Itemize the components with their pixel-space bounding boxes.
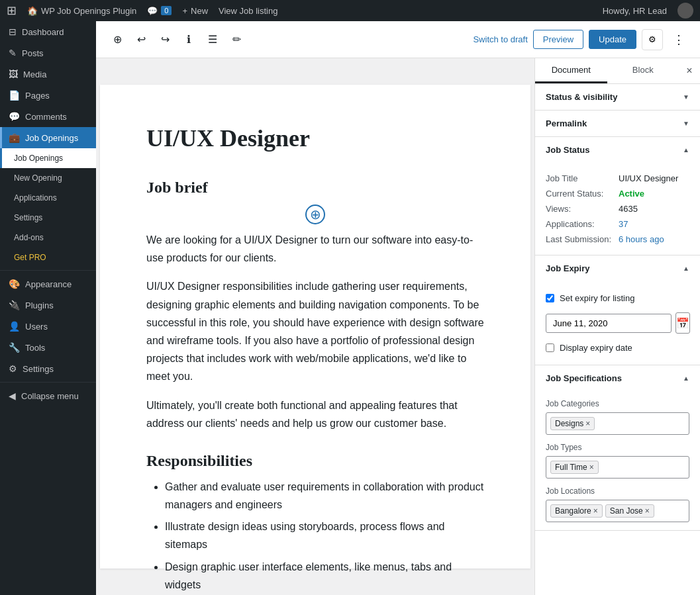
- add-block-inline-button[interactable]: ⊕: [305, 205, 325, 224]
- more-options-button[interactable]: ⋮: [668, 29, 689, 50]
- undo-icon: ↩: [137, 33, 146, 46]
- sidebar-item-tools[interactable]: 🔧 Tools: [0, 337, 96, 358]
- remove-designs-button[interactable]: ×: [585, 419, 590, 428]
- job-brief-heading[interactable]: Job brief: [146, 179, 484, 197]
- tools-button[interactable]: ✏: [226, 29, 247, 50]
- job-title-row: Job Title UI/UX Designer: [546, 171, 689, 186]
- expiry-date-input[interactable]: [546, 314, 672, 333]
- paragraph-1[interactable]: We are looking for a UI/UX Designer to t…: [146, 231, 484, 267]
- permalink-header[interactable]: Permalink ▼: [535, 111, 700, 136]
- sidebar-item-job-openings[interactable]: 💼 Job Openings: [0, 127, 96, 148]
- sidebar-sub-add-ons[interactable]: Add-ons: [0, 228, 96, 248]
- settings-panel-button[interactable]: ⚙: [642, 29, 663, 50]
- display-expiry-checkbox[interactable]: [546, 343, 554, 352]
- content-area: UI/UX Designer Job brief ⊕ We are lookin…: [96, 58, 534, 595]
- sidebar-collapse[interactable]: ◀ Collapse menu: [0, 385, 96, 406]
- sidebar-item-media[interactable]: 🖼 Media: [0, 64, 96, 85]
- users-icon: 👤: [9, 321, 20, 332]
- job-specifications-content: Job Categories Designs × Job Types Full …: [535, 391, 700, 530]
- redo-button[interactable]: ↪: [154, 29, 175, 50]
- sidebar-sub-job-openings[interactable]: Job Openings: [0, 148, 96, 168]
- sidebar-item-plugins[interactable]: 🔌 Plugins: [0, 295, 96, 316]
- sidebar-sub-settings[interactable]: Settings: [0, 208, 96, 228]
- remove-sanjose-button[interactable]: ×: [645, 506, 650, 516]
- calendar-button[interactable]: 📅: [675, 312, 690, 334]
- display-expiry-label[interactable]: Display expiry date: [560, 343, 632, 353]
- expiry-date-row: 📅: [546, 312, 689, 334]
- applications-row: Applications: 37: [546, 216, 689, 232]
- howdy-text: Howdy, HR Lead: [603, 6, 667, 16]
- preview-button[interactable]: Preview: [533, 30, 583, 49]
- settings-icon: ⚙: [9, 363, 17, 374]
- section-job-specifications: Job Specifications ▲ Job Categories Desi…: [535, 365, 700, 531]
- set-expiry-checkbox[interactable]: [546, 294, 554, 302]
- sidebar-sub-new-opening[interactable]: New Opening: [0, 168, 96, 188]
- home-icon: 🏠: [27, 6, 38, 16]
- add-block-icon: ⊕: [113, 33, 122, 46]
- chevron-down-icon: ▼: [683, 93, 689, 101]
- sidebar-item-pages[interactable]: 📄 Pages: [0, 85, 96, 106]
- close-panel-button[interactable]: ×: [679, 58, 700, 83]
- tab-document[interactable]: Document: [535, 58, 607, 83]
- types-input[interactable]: Full Time ×: [546, 456, 689, 479]
- remove-bangalore-button[interactable]: ×: [593, 506, 598, 516]
- set-expiry-label[interactable]: Set expiry for listing: [560, 293, 634, 303]
- panel-tabs: Document Block ×: [535, 58, 700, 84]
- sidebar-item-comments[interactable]: 💬 Comments: [0, 106, 96, 127]
- editor-body: UI/UX Designer Job brief ⊕ We are lookin…: [96, 58, 700, 595]
- sidebar-item-dashboard[interactable]: ⊟ Dashboard: [0, 21, 96, 42]
- update-button[interactable]: Update: [589, 30, 636, 49]
- job-specifications-header[interactable]: Job Specifications ▲: [535, 365, 700, 391]
- info-button[interactable]: ℹ: [178, 29, 199, 50]
- add-block-button[interactable]: ⊕: [107, 29, 128, 50]
- paragraph-2[interactable]: UI/UX Designer responsibilities include …: [146, 277, 484, 385]
- switch-draft-button[interactable]: Switch to draft: [473, 34, 527, 44]
- remove-fulltime-button[interactable]: ×: [589, 463, 594, 472]
- post-title[interactable]: UI/UX Designer: [146, 124, 484, 152]
- sidebar-item-appearance[interactable]: 🎨 Appearance: [0, 273, 96, 295]
- comment-icon: 💬: [147, 6, 158, 16]
- paragraph-3[interactable]: Ultimately, you'll create both functiona…: [146, 396, 484, 432]
- calendar-icon: 📅: [676, 317, 689, 330]
- set-expiry-row: Set expiry for listing: [546, 289, 689, 307]
- job-status-header[interactable]: Job Status ▲: [535, 137, 700, 163]
- views-row: Views: 4635: [546, 201, 689, 216]
- wp-logo-icon[interactable]: ⊞: [7, 3, 17, 18]
- tab-block[interactable]: Block: [607, 58, 679, 83]
- sidebar-sub-applications[interactable]: Applications: [0, 188, 96, 208]
- display-expiry-row: Display expiry date: [546, 339, 689, 357]
- sidebar: ⊟ Dashboard ✎ Posts 🖼 Media 📄 Pages 💬 Co…: [0, 21, 96, 595]
- comments-icon: 💬: [9, 111, 20, 122]
- collapse-icon: ◀: [9, 390, 16, 401]
- last-submission-row: Last Submission: 6 hours ago: [546, 232, 689, 247]
- sidebar-divider-2: [0, 382, 96, 383]
- plus-circle-icon: ⊕: [310, 206, 321, 222]
- sidebar-item-posts[interactable]: ✎ Posts: [0, 42, 96, 64]
- job-openings-icon: 💼: [9, 132, 20, 143]
- comments-link[interactable]: 💬 0: [147, 6, 172, 16]
- site-name[interactable]: 🏠 WP Job Openings Plugin: [27, 6, 136, 16]
- responsibilities-heading[interactable]: Responsibilities: [146, 452, 484, 470]
- editor-area: ⊕ ↩ ↪ ℹ ☰ ✏ Switch to draft Preview Upda…: [96, 21, 700, 595]
- sidebar-item-settings[interactable]: ⚙ Settings: [0, 358, 96, 379]
- content-paper: UI/UX Designer Job brief ⊕ We are lookin…: [100, 85, 530, 569]
- pages-icon: 📄: [9, 90, 20, 101]
- list-view-button[interactable]: ☰: [202, 29, 223, 50]
- new-link[interactable]: + New: [182, 6, 208, 16]
- tools-icon: 🔧: [9, 342, 20, 353]
- locations-input[interactable]: Bangalore × San Jose ×: [546, 500, 689, 522]
- comments-count: 0: [161, 6, 172, 15]
- undo-button[interactable]: ↩: [130, 29, 152, 50]
- avatar[interactable]: [677, 3, 693, 19]
- sidebar-divider: [0, 270, 96, 271]
- job-expiry-header[interactable]: Job Expiry ▲: [535, 255, 700, 281]
- sidebar-item-users[interactable]: 👤 Users: [0, 316, 96, 337]
- list-item: Illustrate design ideas using storyboard…: [165, 518, 484, 553]
- sidebar-sub-get-pro[interactable]: Get PRO: [0, 248, 96, 267]
- location-tag-bangalore: Bangalore ×: [550, 504, 603, 518]
- types-label: Job Types: [546, 443, 689, 452]
- toolbar-right: Switch to draft Preview Update ⚙ ⋮: [473, 29, 689, 50]
- categories-input[interactable]: Designs ×: [546, 412, 689, 435]
- view-job-listing-link[interactable]: View Job listing: [219, 6, 277, 16]
- status-visibility-header[interactable]: Status & visibility ▼: [535, 84, 700, 110]
